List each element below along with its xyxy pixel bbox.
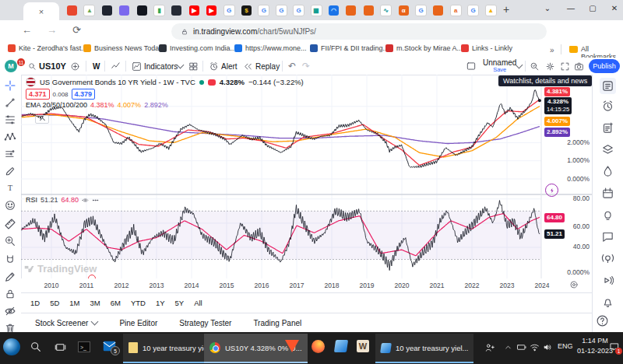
replay-icon[interactable]	[243, 58, 253, 75]
emoji-tool-icon[interactable]	[4, 199, 16, 212]
hotlists-icon[interactable]	[601, 165, 614, 178]
zoom-in-tool-icon[interactable]	[4, 235, 16, 247]
browser-tab[interactable]: G	[292, 5, 305, 16]
object-tree-icon[interactable]	[601, 143, 614, 156]
browser-tab[interactable]: ∿	[379, 5, 392, 16]
browser-tab[interactable]	[344, 5, 357, 16]
taskbar-window-doc[interactable]: 10 year treasury yiel...	[375, 334, 473, 363]
brush-tool-icon[interactable]	[4, 165, 16, 177]
text-tool-icon[interactable]: T	[4, 182, 16, 194]
volume-icon[interactable]	[543, 342, 553, 352]
browser-tab[interactable]: $	[240, 5, 253, 16]
tab-close-icon[interactable]: ×	[39, 7, 44, 16]
price-tick[interactable]: 2.000%	[543, 138, 590, 146]
range-button-1d[interactable]: 1D	[30, 299, 40, 307]
layout-grid-icon[interactable]	[188, 58, 199, 75]
people-icon[interactable]	[484, 342, 495, 353]
browser-tab[interactable]: ▮	[153, 5, 166, 16]
news-icon[interactable]	[601, 121, 614, 135]
year-label[interactable]: 2021	[430, 282, 445, 289]
browser-tab[interactable]	[136, 5, 149, 16]
year-label[interactable]: 2020	[395, 282, 410, 289]
browser-tab[interactable]: a	[449, 5, 463, 16]
url-field[interactable]: in.tradingview.com /chart/5wuNJfPs/	[171, 23, 547, 40]
year-label[interactable]: 2016	[255, 282, 269, 289]
fullscreen-icon[interactable]	[560, 58, 570, 75]
lock-drawings-icon[interactable]	[4, 288, 16, 300]
start-button[interactable]	[3, 338, 20, 355]
bookmark-item[interactable]: Links - Linkly	[461, 44, 512, 52]
rsi-bottom-tick[interactable]: 0.000%	[543, 268, 590, 276]
browser-tab[interactable]: ▲	[484, 5, 498, 16]
compare-icon[interactable]	[70, 58, 80, 75]
crosshair-tool-icon[interactable]	[4, 79, 16, 92]
layout-select-icon[interactable]	[466, 58, 477, 75]
terminal-icon[interactable]: >_	[78, 341, 90, 352]
range-button-1m[interactable]: 1M	[69, 299, 79, 307]
browser-tab[interactable]: ▶	[205, 5, 218, 16]
interval-button[interactable]: W	[93, 58, 100, 75]
year-label[interactable]: 2017	[290, 282, 304, 289]
bookmark-item[interactable]: Investing.com India...	[159, 44, 236, 52]
redo-icon[interactable]: ↷	[302, 58, 310, 75]
browser-tab[interactable]	[100, 5, 114, 16]
layout-chevron-icon[interactable]	[516, 61, 523, 69]
panel-tab-stock-screener[interactable]: Stock Screener	[35, 319, 97, 327]
symbol-search-icon[interactable]	[28, 58, 37, 75]
fib-retracement-tool-icon[interactable]	[4, 114, 16, 126]
pane-collapse-button[interactable]	[35, 115, 49, 124]
ema-legend[interactable]: EMA 20/50/100/200 4.381%4.007%2.892%	[26, 101, 171, 109]
settings-gear-icon[interactable]	[545, 58, 555, 75]
year-label[interactable]: 2014	[185, 282, 199, 289]
firefox-icon[interactable]	[312, 340, 325, 353]
range-button-all[interactable]: All	[194, 299, 202, 307]
year-label[interactable]: 2015	[220, 282, 234, 289]
rsi-tick-40[interactable]: 40.00	[543, 243, 590, 250]
browser-tab[interactable]	[170, 5, 183, 16]
indicators-label[interactable]: Indicators	[144, 58, 178, 75]
year-label[interactable]: 2019	[360, 282, 375, 289]
bookmark-item[interactable]: https://www.mone...	[234, 44, 307, 52]
year-label[interactable]: 2011	[79, 282, 93, 289]
ideas-icon[interactable]	[601, 208, 614, 222]
replay-label[interactable]: Replay	[255, 58, 280, 75]
price-tick[interactable]: 0.000%	[543, 175, 590, 183]
range-button-6m[interactable]: 6M	[111, 299, 121, 307]
tab-search-icon[interactable]: ⌄	[540, 4, 554, 12]
browser-tab[interactable]: ▶	[188, 5, 201, 16]
prediction-tool-icon[interactable]	[4, 148, 16, 160]
new-tab-button[interactable]: +	[503, 3, 509, 16]
year-label[interactable]: 2012	[114, 282, 129, 289]
chart-type-icon[interactable]	[111, 58, 121, 75]
wifi-icon[interactable]	[530, 342, 540, 352]
minds-icon[interactable]	[601, 252, 614, 265]
calendar-icon[interactable]	[601, 187, 614, 200]
bookmark-item[interactable]: Kite - Zerodha's fast...	[8, 44, 87, 52]
back-button[interactable]: ←	[22, 24, 32, 36]
language-indicator[interactable]: ENG	[558, 342, 573, 350]
time-axis[interactable]: 2010201120122013201420152016201720182019…	[21, 278, 592, 292]
browser-tab[interactable]: G	[257, 5, 270, 16]
window-close-button[interactable]: ✕	[607, 4, 621, 12]
brave-icon[interactable]	[285, 340, 299, 352]
taskbar-search-icon[interactable]	[30, 341, 42, 353]
range-button-5d[interactable]: 5D	[50, 299, 59, 307]
symbol-legend[interactable]: US Government Bonds 10 YR Yield - 1W - T…	[26, 77, 304, 87]
publish-button[interactable]: Publish	[589, 59, 620, 73]
reload-button[interactable]: ⟳	[72, 24, 81, 36]
browser-tab[interactable]: ▦	[310, 5, 323, 16]
browser-tab[interactable]	[431, 5, 445, 16]
panel-tab-pine-editor[interactable]: Pine Editor	[119, 319, 157, 327]
panel-tab-trading-panel[interactable]: Trading Panel	[253, 319, 301, 327]
price-tick[interactable]: 1.000%	[543, 156, 590, 164]
watchlist-icon[interactable]	[600, 78, 616, 94]
rsi-legend[interactable]: RSI 51.21 64.80	[26, 196, 99, 204]
alerts-icon[interactable]	[601, 100, 614, 113]
help-icon[interactable]	[596, 314, 609, 327]
bookmark-item[interactable]: FII/FPI & DII trading...	[310, 44, 389, 52]
trend-line-tool-icon[interactable]	[4, 96, 16, 109]
bookmark-item[interactable]: Business News Toda...	[83, 44, 165, 52]
undo-icon[interactable]: ↶	[288, 58, 296, 75]
panel-tab-strategy-tester[interactable]: Strategy Tester	[179, 319, 231, 327]
bookmarks-overflow-icon[interactable]: »	[550, 46, 554, 54]
